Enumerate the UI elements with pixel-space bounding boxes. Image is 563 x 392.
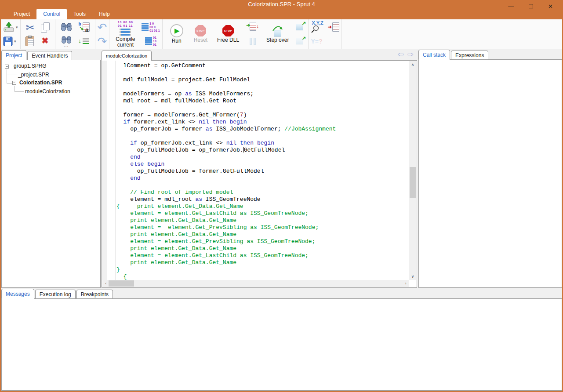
replace-icon: b ↘ a bbox=[78, 22, 90, 33]
delete-icon: ✖ bbox=[42, 36, 49, 45]
horizontal-scrollbar-thumb[interactable] bbox=[109, 280, 134, 287]
scroll-down-icon[interactable]: ∨ bbox=[409, 273, 416, 280]
tree-item-colorization-spr[interactable]: Colorization.SPR bbox=[19, 79, 62, 86]
debug-panel: Call stack Expressions bbox=[418, 50, 562, 288]
step-into-button[interactable]: ➜ ↓ bbox=[246, 21, 259, 33]
output-panel: Messages Execution log Breakpoints bbox=[1, 289, 562, 391]
call-stack-body bbox=[418, 59, 562, 288]
menu-tools[interactable]: Tools bbox=[67, 9, 92, 19]
add-watch-icon: ➜ bbox=[327, 22, 339, 32]
tree-connector bbox=[15, 91, 24, 92]
compile-digits: 1 0 bbox=[149, 22, 160, 25]
find-button[interactable] bbox=[61, 22, 72, 34]
horizontal-scrollbar[interactable]: ‹ › bbox=[102, 280, 409, 287]
nav-forward-icon[interactable]: ⇨ bbox=[407, 51, 414, 58]
undo-icon: ↶ bbox=[98, 22, 107, 33]
titlebar: Colorization.SPR - Sprut 4 bbox=[0, 0, 563, 9]
tab-messages[interactable]: Messages bbox=[1, 289, 34, 298]
tab-call-stack[interactable]: Call stack bbox=[418, 50, 450, 59]
undo-button[interactable]: ↶ bbox=[98, 21, 107, 33]
step-out-button[interactable]: ↗ bbox=[296, 21, 303, 33]
tree-item-group1[interactable]: group1.SPRG bbox=[14, 62, 47, 69]
toolbar-group-watch: X,Y,Z ➜ Y=? bbox=[309, 19, 341, 49]
code-line: mdl_fullModel = project.Get_FullModel bbox=[116, 76, 409, 83]
save-dropdown-icon[interactable]: ▾ bbox=[14, 39, 16, 44]
menu-control[interactable]: Control bbox=[36, 9, 67, 19]
tree-connector bbox=[7, 75, 17, 75]
code-line bbox=[116, 182, 409, 189]
code-line: print element.Get_Data.Get_Name bbox=[116, 245, 409, 252]
project-panel: Project Event Handlers − group1.SPRG _pr… bbox=[1, 50, 101, 288]
step-over-icon bbox=[272, 25, 283, 36]
menu-help[interactable]: Help bbox=[92, 9, 116, 19]
scroll-right-icon[interactable]: › bbox=[402, 280, 409, 287]
evaluate-icon: Y=? bbox=[311, 38, 322, 45]
cut-button[interactable]: ✂ bbox=[25, 22, 34, 34]
project-tree-body: − group1.SPRG _project.SPR − Colorizatio… bbox=[1, 60, 101, 288]
tab-event-handlers[interactable]: Event Handlers bbox=[27, 51, 72, 60]
code-line: op_formerJob = former as ISS_JobModelFor… bbox=[116, 126, 409, 133]
save-button[interactable]: ▾ bbox=[3, 35, 18, 47]
tab-breakpoints[interactable]: Breakpoints bbox=[76, 290, 113, 298]
free-dll-button[interactable]: STOP Free DLL bbox=[215, 24, 241, 44]
copy-button[interactable] bbox=[40, 22, 51, 34]
step-over-button[interactable]: Step over bbox=[265, 25, 291, 44]
tab-module-colorization[interactable]: moduleColorization bbox=[102, 51, 152, 60]
replace-button[interactable]: b ↘ a bbox=[78, 22, 90, 34]
tab-execution-log[interactable]: Execution log bbox=[35, 290, 76, 298]
editor-margin-line bbox=[116, 61, 116, 280]
messages-body bbox=[1, 298, 562, 391]
toolbar-group-search: b ↘ a ... ↓ bbox=[55, 19, 95, 49]
scroll-up-icon[interactable]: ∧ bbox=[409, 61, 416, 68]
open-button[interactable]: ▾ bbox=[3, 21, 18, 33]
delete-button[interactable]: ✖ bbox=[42, 35, 49, 47]
editor-nav: ⇦ ⇨ bbox=[398, 51, 414, 58]
compile-digits: 01 bbox=[153, 36, 156, 40]
compile-current-button[interactable]: 10 00 00 01 01 11 Compile current bbox=[112, 20, 139, 49]
redo-button[interactable]: ↷ bbox=[98, 35, 107, 47]
cut-icon: ✂ bbox=[25, 22, 34, 33]
tree-expander-colorization[interactable]: − bbox=[12, 81, 16, 85]
run-button[interactable]: ▶ Run bbox=[168, 23, 185, 45]
open-dropdown-icon[interactable]: ▾ bbox=[16, 25, 18, 29]
paste-button[interactable] bbox=[25, 35, 35, 47]
run-to-cursor-button[interactable]: ↗ bbox=[296, 35, 303, 47]
tab-expressions[interactable]: Expressions bbox=[451, 51, 488, 59]
compile-all-button[interactable]: 1 0 00 0 01 01 1 bbox=[142, 21, 160, 33]
vertical-scrollbar[interactable]: ∧ ∨ bbox=[409, 61, 416, 280]
replace-a-letter: a bbox=[85, 26, 89, 33]
goto-line-button[interactable]: ↓ bbox=[78, 35, 89, 47]
nav-back-icon[interactable]: ⇦ bbox=[398, 51, 404, 58]
tree-expander-group1[interactable]: − bbox=[5, 65, 9, 69]
tree-item-module-colorization[interactable]: moduleColorization bbox=[25, 88, 70, 95]
tree-connector bbox=[7, 83, 12, 83]
code-line bbox=[116, 83, 409, 91]
green-diag-arrow-icon: ↗ bbox=[301, 20, 306, 26]
toolbar-group-file: ▾ ▾ bbox=[1, 19, 21, 49]
add-watch-button[interactable]: ➜ bbox=[327, 21, 339, 33]
project-panel-tabs: Project Event Handlers bbox=[1, 50, 101, 60]
code-editor[interactable]: lComment = op.GetComment mdl_fullModel =… bbox=[102, 60, 417, 288]
find-next-button[interactable]: ... bbox=[61, 35, 72, 47]
menu-project[interactable]: Project bbox=[7, 9, 36, 19]
code-line: element = mdl_root as ISS_GeomTreeNode bbox=[116, 196, 409, 203]
red-right-arrow-icon: ➜ bbox=[327, 24, 331, 30]
reset-button: STOP Reset bbox=[192, 24, 209, 44]
code-line: element = element.Get_PrevSibling as ISS… bbox=[116, 238, 409, 245]
redo-icon: ↷ bbox=[98, 36, 107, 47]
compile-digits: 00 0 bbox=[149, 25, 160, 29]
free-dll-label: Free DLL bbox=[217, 37, 239, 43]
compile-current-icon: 10 00 00 01 01 11 bbox=[118, 21, 133, 36]
inspect-xyz-button[interactable]: X,Y,Z bbox=[311, 21, 326, 33]
vertical-scrollbar-thumb[interactable] bbox=[410, 167, 416, 198]
red-down-arrow-icon: ↓ bbox=[256, 23, 259, 29]
tab-project[interactable]: Project bbox=[1, 50, 26, 60]
reset-stop-icon: STOP bbox=[195, 25, 206, 36]
run-to-cursor-icon: ↗ bbox=[296, 38, 303, 44]
menubar: Project Control Tools Help bbox=[1, 9, 562, 19]
code-line: element = element.Get_PrevSibling as ISS… bbox=[116, 224, 409, 231]
code-area[interactable]: lComment = op.GetComment mdl_fullModel =… bbox=[116, 62, 409, 279]
decompile-button[interactable]: 01 10 01 bbox=[145, 35, 156, 47]
binoculars-icon bbox=[61, 22, 72, 33]
tree-item-project-spr[interactable]: _project.SPR bbox=[18, 71, 49, 78]
